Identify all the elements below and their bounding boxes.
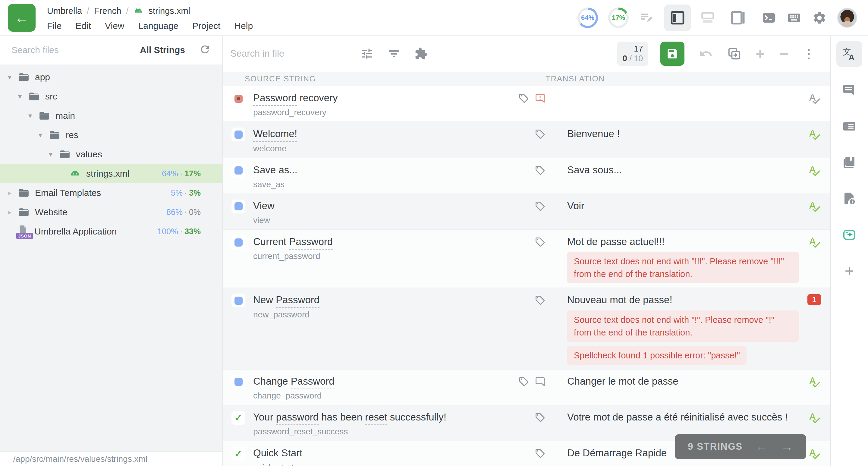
refresh-icon[interactable] [199, 43, 211, 57]
search-in-file-input[interactable]: Search in file [230, 48, 360, 59]
tag-icon [535, 412, 546, 436]
string-key: save_as [253, 180, 513, 189]
table-header: SOURCE STRING TRANSLATION [223, 72, 830, 86]
add-string-button[interactable]: + [755, 46, 765, 61]
table-row[interactable]: New Passwordnew_passwordNouveau mot de p… [223, 288, 830, 369]
tree-item-umbrella-application[interactable]: JSONUmbrella Application100%·33% [0, 222, 222, 241]
approved-progress-value: 17% [608, 7, 629, 28]
menu-language[interactable]: Language [138, 21, 179, 31]
string-key: quick_start [253, 463, 513, 466]
undo-button[interactable] [699, 47, 713, 61]
tree-item-label: src [45, 91, 57, 101]
translated-status-icon [231, 236, 245, 249]
spellcheck-icon[interactable] [808, 411, 821, 436]
translate-panel-icon[interactable]: 文A [836, 41, 862, 67]
plugins-icon[interactable] [414, 47, 428, 61]
issue-count-badge[interactable]: 1 [807, 294, 821, 305]
copy-source-button[interactable] [727, 47, 741, 61]
tree-item-src[interactable]: ▾src [0, 87, 222, 106]
keyboard-shortcuts-icon[interactable] [786, 10, 802, 25]
translated-progress-ring[interactable]: 64% [578, 7, 598, 28]
layout-top-bottom-button[interactable] [694, 4, 721, 31]
remove-string-button[interactable]: − [779, 46, 788, 61]
breadcrumb-item[interactable]: Umbrella [47, 6, 82, 16]
spellcheck-icon[interactable] [808, 128, 821, 153]
ai-panel-icon[interactable] [836, 222, 862, 248]
tree-item-progress: 86%·0% [166, 208, 201, 217]
editor-toolbar: Search in file 17 0 / 10 + − ⋮ [223, 36, 830, 72]
approved-status-icon: ✓ [231, 447, 245, 461]
menu-help[interactable]: Help [234, 21, 253, 31]
translation-memory-panel-icon[interactable] [836, 113, 862, 139]
more-options-icon[interactable]: ⋮ [803, 49, 815, 59]
qa-error-message: Source text does not end with "!". Pleas… [567, 310, 799, 342]
draft-translations-icon[interactable] [639, 10, 654, 25]
tree-item-label: res [66, 130, 79, 140]
spellcheck-icon[interactable] [808, 92, 821, 117]
menu-edit[interactable]: Edit [75, 21, 91, 31]
tree-toggle-icon[interactable]: ▾ [8, 73, 18, 82]
tree-toggle-icon[interactable]: ▾ [38, 131, 49, 139]
topbar-actions: 64% 17% [578, 0, 868, 36]
sort-filter-icon[interactable] [387, 47, 401, 61]
tree-item-label: app [35, 72, 50, 82]
source-string: Password recovery [253, 92, 513, 104]
breadcrumb-item: strings.xml [148, 6, 190, 16]
source-string: Save as... [253, 164, 513, 176]
tree-item-app[interactable]: ▾app [0, 67, 222, 87]
counter-separator: / [629, 54, 632, 63]
menu-project[interactable]: Project [192, 21, 220, 31]
context-panel-icon[interactable] [836, 186, 862, 212]
next-page-arrow[interactable]: → [781, 440, 793, 453]
spellcheck-icon[interactable] [808, 236, 821, 283]
approved-progress-ring[interactable]: 17% [608, 7, 629, 28]
string-key: current_password [253, 251, 513, 261]
approved-status-icon: ✓ [231, 411, 245, 425]
settings-gear-icon[interactable] [812, 10, 827, 25]
tree-item-main[interactable]: ▾main [0, 106, 222, 125]
menu-file[interactable]: File [47, 21, 61, 31]
source-string: View [253, 199, 513, 212]
table-row[interactable]: Password recoverypassword_recovery [223, 86, 830, 122]
glossary-panel-icon[interactable] [836, 150, 862, 176]
table-row[interactable]: Welcome!welcomeBienvenue ! [223, 122, 830, 158]
prev-page-arrow[interactable]: ← [755, 440, 768, 453]
tree-item-res[interactable]: ▾res [0, 125, 222, 145]
spellcheck-icon[interactable] [808, 376, 821, 401]
tree-toggle-icon[interactable]: ▾ [49, 150, 59, 159]
tree-item-values[interactable]: ▾values [0, 145, 222, 164]
add-panel-button[interactable]: + [836, 258, 862, 284]
table-row[interactable]: Change Passwordchange_passwordChanger le… [223, 370, 830, 405]
tree-toggle-icon[interactable]: ▾ [18, 92, 28, 101]
spellcheck-icon[interactable] [808, 200, 821, 225]
tree-toggle-icon[interactable]: ▸ [8, 208, 18, 216]
translation-column-header: TRANSLATION [546, 74, 830, 84]
tree-item-email-templates[interactable]: ▸Email Templates5%·3% [0, 183, 222, 203]
tree-toggle-icon[interactable]: ▸ [8, 189, 18, 197]
top-bar: ← Umbrella/French/strings.xml FileEditVi… [0, 0, 868, 36]
back-button[interactable]: ← [8, 4, 36, 32]
spellcheck-icon[interactable] [808, 164, 821, 189]
layout-side-by-side-button[interactable] [664, 4, 691, 31]
breadcrumb-item[interactable]: French [94, 6, 121, 16]
tag-icon [518, 93, 529, 117]
table-row[interactable]: ViewviewVoir [223, 194, 830, 230]
save-button[interactable] [660, 41, 684, 66]
table-row[interactable]: Save as...save_asSava sous... [223, 158, 830, 194]
tree-item-website[interactable]: ▸Website86%·0% [0, 203, 222, 222]
issue-comment-icon [535, 93, 546, 117]
layout-right-panel-button[interactable] [724, 4, 751, 31]
user-avatar[interactable] [837, 8, 857, 28]
filter-settings-icon[interactable] [360, 47, 374, 61]
folder-icon [38, 110, 51, 122]
spellcheck-icon[interactable] [808, 447, 821, 466]
table-row[interactable]: Current Passwordcurrent_passwordMot de p… [223, 230, 830, 288]
search-files-input[interactable]: Search files [11, 45, 140, 55]
comments-panel-icon[interactable] [836, 77, 862, 103]
all-strings-selector[interactable]: All Strings [140, 45, 185, 55]
console-icon[interactable] [761, 10, 776, 25]
tree-item-strings-xml[interactable]: strings.xml64%·17% [0, 164, 222, 183]
menu-view[interactable]: View [105, 21, 124, 31]
breadcrumb: Umbrella/French/strings.xml [47, 4, 253, 18]
tree-toggle-icon[interactable]: ▾ [28, 112, 38, 120]
